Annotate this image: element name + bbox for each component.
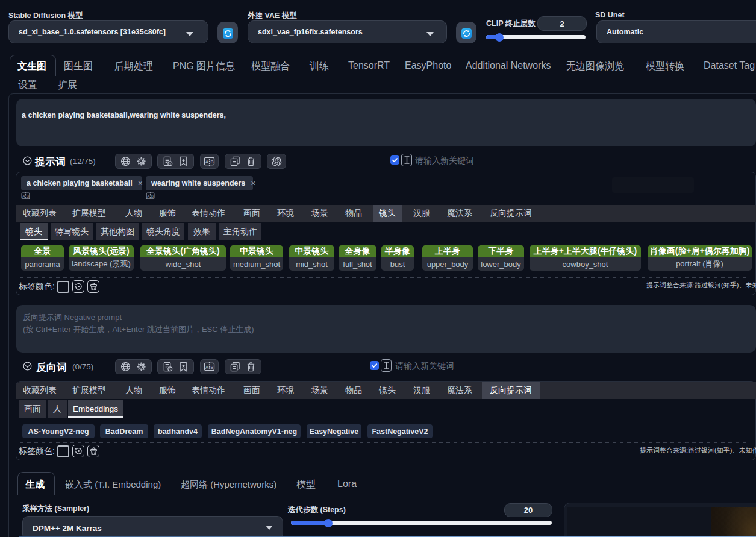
svg-text:A: A (205, 159, 209, 165)
svg-text:A: A (205, 365, 209, 370)
svg-text:B: B (151, 194, 154, 198)
svg-text:A: A (22, 194, 25, 198)
svg-text:A: A (147, 194, 150, 198)
svg-text:B: B (27, 194, 29, 198)
svg-text:B: B (210, 365, 213, 370)
svg-text:B: B (210, 159, 213, 165)
